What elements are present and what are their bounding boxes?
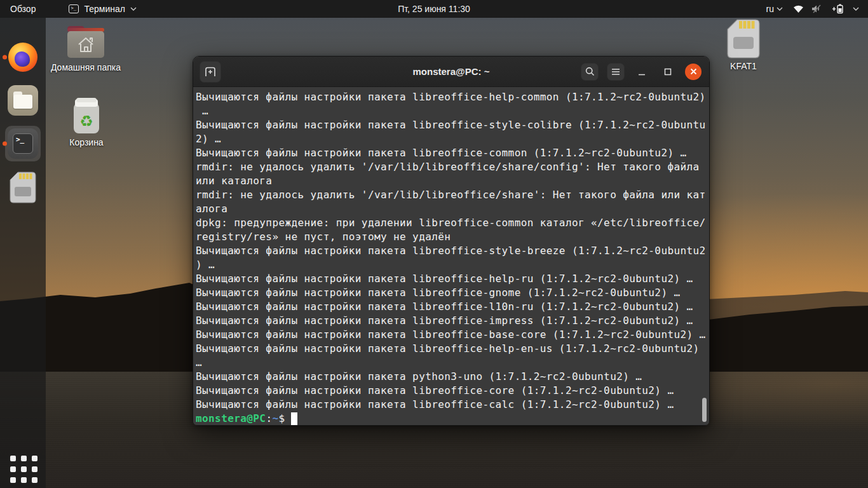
terminal-line: … — [196, 104, 709, 118]
top-bar: Обзор >_ Терминал Пт, 25 июня 11:30 ru — [0, 0, 868, 18]
terminal-line: … — [196, 356, 709, 370]
terminal-line: 2) … — [196, 132, 709, 146]
terminal-app-icon: >_ — [69, 4, 79, 13]
home-folder-icon — [65, 23, 107, 60]
running-indicator-dot — [3, 142, 7, 146]
show-applications-button[interactable] — [9, 454, 37, 482]
terminal-cursor — [291, 412, 297, 425]
search-icon — [585, 67, 595, 76]
trash-icon: ♻ — [69, 97, 104, 135]
running-indicator-dot — [3, 55, 7, 60]
new-tab-icon — [205, 67, 216, 77]
prompt-separator: : — [266, 412, 272, 426]
terminal-body[interactable]: Вычищаются файлы настройки пакета libreo… — [193, 87, 709, 426]
desktop: Обзор >_ Терминал Пт, 25 июня 11:30 ru — [0, 0, 868, 488]
terminal-line: Вычищаются файлы настройки пакета libreo… — [196, 384, 709, 398]
dock-item-sdcard[interactable] — [5, 170, 41, 205]
terminal-line: Вычищаются файлы настройки пакета libreo… — [196, 286, 709, 300]
menu-button[interactable] — [607, 63, 625, 81]
terminal-output: Вычищаются файлы настройки пакета libreo… — [196, 90, 709, 412]
activities-label: Обзор — [10, 4, 36, 14]
files-icon — [8, 85, 38, 116]
terminal-line: registry/res» не пуст, поэтому не удалён — [196, 230, 709, 244]
terminal-line: Вычищаются файлы настройки пакета libreo… — [196, 244, 709, 258]
dock: >_ — [0, 18, 46, 488]
close-button[interactable] — [685, 64, 702, 80]
terminal-line: rmdir: не удалось удалить '/var/lib/libr… — [196, 188, 709, 202]
desktop-icon-label: Домашняя папка — [51, 62, 121, 72]
terminal-line: Вычищаются файлы настройки пакета libreo… — [196, 272, 709, 286]
chevron-down-icon — [853, 7, 859, 11]
chevron-down-icon — [130, 7, 137, 11]
terminal-line: Вычищаются файлы настройки пакета libreo… — [196, 146, 709, 160]
terminal-prompt: monstera@PC:~$ — [196, 412, 709, 426]
desktop-icon-label: Корзина — [69, 137, 103, 147]
chevron-down-icon — [776, 7, 783, 11]
clock-label: Пт, 25 июня 11:30 — [398, 4, 470, 14]
sd-card-icon — [10, 172, 36, 203]
terminal-line: алога — [196, 202, 709, 216]
maximize-button[interactable] — [659, 63, 677, 81]
volume-muted-icon — [811, 4, 824, 13]
terminal-line: rmdir: не удалось удалить '/var/lib/libr… — [196, 160, 709, 174]
search-button[interactable] — [581, 63, 599, 81]
terminal-line: Вычищаются файлы настройки пакета libreo… — [196, 90, 709, 104]
terminal-line: или каталога — [196, 174, 709, 188]
app-menu-button[interactable]: >_ Терминал — [64, 0, 141, 18]
wifi-icon — [793, 4, 804, 13]
new-tab-button[interactable] — [200, 61, 221, 83]
dock-item-files[interactable] — [5, 83, 41, 118]
firefox-icon — [8, 43, 37, 72]
battery-charging-icon — [831, 4, 845, 14]
terminal-icon: >_ — [8, 128, 38, 159]
close-icon — [690, 68, 697, 75]
hamburger-menu-icon — [611, 68, 620, 76]
maximize-icon — [664, 68, 672, 76]
terminal-line: Вычищаются файлы настройки пакета python… — [196, 370, 709, 384]
keyboard-layout-button[interactable]: ru — [766, 4, 783, 14]
terminal-line: Вычищаются файлы настройки пакета libreo… — [196, 314, 709, 328]
prompt-path: ~ — [272, 412, 278, 426]
terminal-line: ) … — [196, 258, 709, 272]
svg-text:♻: ♻ — [79, 112, 93, 130]
terminal-line: Вычищаются файлы настройки пакета libreo… — [196, 300, 709, 314]
terminal-scrollbar[interactable] — [702, 398, 707, 422]
prompt-symbol: $ — [278, 412, 285, 426]
terminal-line: Вычищаются файлы настройки пакета libreo… — [196, 118, 709, 132]
dock-item-terminal[interactable]: >_ — [5, 126, 41, 161]
minimize-icon — [638, 68, 646, 76]
app-menu-label: Терминал — [84, 4, 125, 14]
dock-item-firefox[interactable] — [5, 39, 41, 75]
terminal-line: Вычищаются файлы настройки пакета libreo… — [196, 342, 709, 356]
terminal-line: Вычищаются файлы настройки пакета libreo… — [196, 328, 709, 342]
terminal-line: dpkg: предупреждение: при удалении libre… — [196, 216, 709, 230]
desktop-icon-home-folder[interactable]: Домашняя папка — [48, 23, 124, 72]
keyboard-layout-label: ru — [766, 4, 774, 14]
desktop-icon-trash[interactable]: ♻ Корзина — [48, 97, 125, 147]
sd-card-icon — [727, 19, 760, 58]
desktop-icon-kfat1-drive[interactable]: KFAT1 — [705, 19, 782, 71]
terminal-window: monstera@PC: ~ — [193, 56, 710, 426]
minimize-button[interactable] — [633, 63, 651, 81]
system-menu-button[interactable] — [793, 4, 859, 14]
prompt-user-host: monstera@PC — [196, 412, 266, 426]
activities-button[interactable]: Обзор — [0, 0, 46, 18]
terminal-line: Вычищаются файлы настройки пакета libreo… — [196, 398, 709, 412]
terminal-titlebar[interactable]: monstera@PC: ~ — [193, 57, 709, 87]
desktop-icon-label: KFAT1 — [730, 61, 757, 71]
